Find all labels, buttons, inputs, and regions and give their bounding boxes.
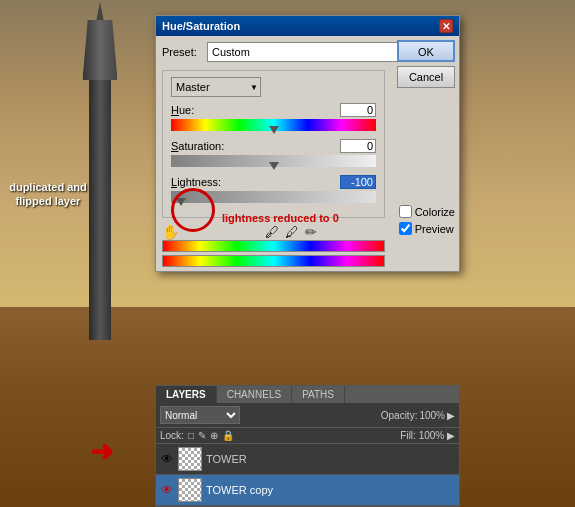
tab-paths[interactable]: PATHS <box>292 386 345 403</box>
dialog-title: Hue/Saturation <box>162 20 240 32</box>
lock-row: Lock: □ ✎ ⊕ 🔒 Fill: 100% ▶ <box>156 428 459 444</box>
preset-select-wrap: Custom ▼ <box>207 42 429 62</box>
tower-spire <box>96 2 104 22</box>
saturation-slider-header: Saturation: <box>171 139 376 153</box>
layer-row-tower[interactable]: 👁 TOWER <box>156 444 459 475</box>
hue-slider-row: Hue: <box>171 103 376 133</box>
layer-name-tower-copy: TOWER copy <box>206 484 455 496</box>
bottom-section: ✋ 🖋 🖊 ✏ <box>162 224 385 267</box>
layers-toolbar: Normal Opacity: 100% ▶ <box>156 403 459 428</box>
layer-name-tower: TOWER <box>206 453 455 465</box>
eyedropper-plus-icon[interactable]: 🖊 <box>285 224 299 240</box>
color-bar-bottom <box>162 255 385 267</box>
layer-visibility-tower[interactable]: 👁 <box>160 452 174 466</box>
lock-icon2: ✎ <box>198 430 206 441</box>
hue-label: Hue: <box>171 104 194 116</box>
main-container: duplicated and flipped layer ➜ Hue/Satur… <box>0 0 575 507</box>
hue-slider-track[interactable] <box>171 119 376 131</box>
saturation-slider-track[interactable] <box>171 155 376 167</box>
opacity-arrow: ▶ <box>447 410 455 421</box>
lock-label: Lock: <box>160 430 184 441</box>
layer-row-tower-copy[interactable]: 👁 TOWER copy <box>156 475 459 506</box>
image-arrow: ➜ <box>90 435 113 468</box>
opacity-row: Opacity: 100% ▶ <box>381 410 455 421</box>
colorize-row: Colorize <box>399 205 455 218</box>
layer-visibility-tower-copy[interactable]: 👁 <box>160 483 174 497</box>
saturation-slider-thumb[interactable] <box>269 162 279 170</box>
colorize-label: Colorize <box>415 206 455 218</box>
dialog-titlebar: Hue/Saturation ✕ <box>156 16 459 36</box>
dialog-close-button[interactable]: ✕ <box>439 19 453 33</box>
lightness-slider-track[interactable] <box>171 191 376 203</box>
saturation-slider-row: Saturation: <box>171 139 376 169</box>
lightness-slider-thumb[interactable] <box>176 198 186 206</box>
slider-group: Master ▼ Hue: <box>162 70 385 218</box>
lock-icon3: ⊕ <box>210 430 218 441</box>
preview-row: Preview <box>399 222 455 235</box>
hue-saturation-dialog: Hue/Saturation ✕ Preset: Custom ▼ ⚙ OK C… <box>155 15 460 272</box>
color-bar-top <box>162 240 385 252</box>
layer-thumb-tower-copy <box>178 478 202 502</box>
channel-row: Master ▼ <box>171 77 376 97</box>
layers-tabs: LAYERS CHANNELS PATHS <box>156 386 459 403</box>
fill-value: 100% <box>419 430 445 441</box>
tab-channels[interactable]: CHANNELS <box>217 386 292 403</box>
preview-label: Preview <box>415 223 454 235</box>
lock-icon: □ <box>188 430 194 441</box>
lightness-value-input[interactable] <box>340 175 376 189</box>
blend-mode-select[interactable]: Normal <box>160 406 240 424</box>
preset-label: Preset: <box>162 46 207 58</box>
lightness-annotation-text: lightness reduced to 0 <box>222 212 339 224</box>
lightness-slider-row: Lightness: <box>171 175 376 205</box>
ok-button[interactable]: OK <box>397 40 455 62</box>
bottom-icon-row: ✋ 🖋 🖊 ✏ <box>162 224 317 240</box>
opacity-value: 100% <box>419 410 445 421</box>
hue-slider-header: Hue: <box>171 103 376 117</box>
checkbox-area: Colorize Preview <box>399 205 455 235</box>
hue-value-input[interactable] <box>340 103 376 117</box>
channel-select-wrap: Master ▼ <box>171 77 261 97</box>
layers-panel: LAYERS CHANNELS PATHS Normal Opacity: 10… <box>155 385 460 507</box>
lightness-label: Lightness: <box>171 176 221 188</box>
fill-arrow: ▶ <box>447 430 455 441</box>
colorize-checkbox[interactable] <box>399 205 412 218</box>
tab-layers[interactable]: LAYERS <box>156 386 217 403</box>
preview-checkbox[interactable] <box>399 222 412 235</box>
image-annotation: duplicated and flipped layer <box>8 180 88 209</box>
layer-thumb-tower <box>178 447 202 471</box>
lock-icon4: 🔒 <box>222 430 234 441</box>
hand-tool-icon[interactable]: ✋ <box>162 224 179 240</box>
saturation-label: Saturation: <box>171 140 224 152</box>
dialog-buttons: OK Cancel <box>397 40 455 88</box>
fill-label: Fill: <box>400 430 416 441</box>
opacity-label: Opacity: <box>381 410 418 421</box>
eyedropper-icon[interactable]: 🖋 <box>265 224 279 240</box>
lightness-slider-header: Lightness: <box>171 175 376 189</box>
preset-select[interactable]: Custom <box>207 42 429 62</box>
hue-slider-thumb[interactable] <box>269 126 279 134</box>
eyedropper-minus-icon[interactable]: ✏ <box>305 224 317 240</box>
saturation-value-input[interactable] <box>340 139 376 153</box>
tower-body <box>89 80 111 340</box>
channel-select[interactable]: Master <box>171 77 261 97</box>
fill-row: Fill: 100% ▶ <box>400 430 455 441</box>
tower-top <box>83 20 118 80</box>
cancel-button[interactable]: Cancel <box>397 66 455 88</box>
tower <box>60 10 140 340</box>
